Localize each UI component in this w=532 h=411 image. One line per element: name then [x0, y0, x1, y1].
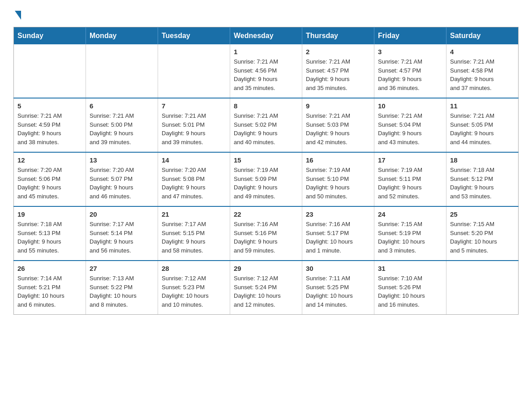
calendar-cell: 24Sunrise: 7:15 AMSunset: 5:19 PMDayligh…	[374, 206, 446, 261]
day-info: Sunrise: 7:21 AMSunset: 5:01 PMDaylight:…	[162, 111, 226, 146]
calendar-cell: 13Sunrise: 7:20 AMSunset: 5:07 PMDayligh…	[86, 152, 158, 206]
logo-arrow-icon	[15, 11, 21, 20]
calendar-cell: 26Sunrise: 7:14 AMSunset: 5:21 PMDayligh…	[14, 261, 86, 315]
calendar-cell: 19Sunrise: 7:18 AMSunset: 5:13 PMDayligh…	[14, 206, 86, 261]
day-info: Sunrise: 7:21 AMSunset: 4:56 PMDaylight:…	[234, 57, 298, 92]
day-number: 28	[162, 265, 226, 272]
calendar-cell: 28Sunrise: 7:12 AMSunset: 5:23 PMDayligh…	[158, 261, 230, 315]
calendar-cell: 22Sunrise: 7:16 AMSunset: 5:16 PMDayligh…	[230, 206, 302, 261]
day-info: Sunrise: 7:15 AMSunset: 5:20 PMDaylight:…	[450, 220, 515, 255]
days-of-week-row: SundayMondayTuesdayWednesdayThursdayFrid…	[14, 27, 519, 45]
calendar-week-row: 26Sunrise: 7:14 AMSunset: 5:21 PMDayligh…	[14, 261, 519, 315]
day-number: 15	[234, 156, 298, 164]
calendar-cell: 5Sunrise: 7:21 AMSunset: 4:59 PMDaylight…	[14, 98, 86, 152]
day-info: Sunrise: 7:18 AMSunset: 5:13 PMDaylight:…	[17, 220, 82, 255]
day-info: Sunrise: 7:11 AMSunset: 5:25 PMDaylight:…	[306, 274, 370, 309]
day-of-week-header: Sunday	[14, 27, 86, 45]
calendar-cell: 10Sunrise: 7:21 AMSunset: 5:04 PMDayligh…	[374, 98, 446, 152]
day-info: Sunrise: 7:21 AMSunset: 5:04 PMDaylight:…	[378, 111, 442, 146]
calendar-cell: 6Sunrise: 7:21 AMSunset: 5:00 PMDaylight…	[86, 98, 158, 152]
day-info: Sunrise: 7:19 AMSunset: 5:11 PMDaylight:…	[378, 166, 442, 201]
day-info: Sunrise: 7:15 AMSunset: 5:19 PMDaylight:…	[378, 220, 442, 255]
calendar-cell	[14, 44, 86, 98]
day-info: Sunrise: 7:12 AMSunset: 5:23 PMDaylight:…	[162, 274, 226, 309]
day-number: 17	[378, 156, 442, 164]
day-info: Sunrise: 7:13 AMSunset: 5:22 PMDaylight:…	[90, 274, 154, 309]
day-info: Sunrise: 7:14 AMSunset: 5:21 PMDaylight:…	[17, 274, 82, 309]
calendar-cell	[158, 44, 230, 98]
day-info: Sunrise: 7:21 AMSunset: 4:57 PMDaylight:…	[306, 57, 370, 92]
calendar-cell: 15Sunrise: 7:19 AMSunset: 5:09 PMDayligh…	[230, 152, 302, 206]
day-number: 11	[450, 102, 515, 110]
calendar-cell: 30Sunrise: 7:11 AMSunset: 5:25 PMDayligh…	[302, 261, 374, 315]
logo	[13, 9, 21, 18]
calendar-cell: 31Sunrise: 7:10 AMSunset: 5:26 PMDayligh…	[374, 261, 446, 315]
day-number: 3	[378, 48, 442, 56]
day-info: Sunrise: 7:21 AMSunset: 4:57 PMDaylight:…	[378, 57, 442, 92]
day-number: 31	[378, 265, 442, 272]
day-number: 5	[17, 102, 82, 110]
day-number: 23	[306, 210, 370, 218]
calendar-body: 1Sunrise: 7:21 AMSunset: 4:56 PMDaylight…	[14, 44, 519, 315]
day-info: Sunrise: 7:17 AMSunset: 5:15 PMDaylight:…	[162, 220, 226, 255]
day-number: 6	[90, 102, 154, 110]
day-number: 29	[234, 265, 298, 272]
day-info: Sunrise: 7:19 AMSunset: 5:09 PMDaylight:…	[234, 166, 298, 201]
calendar-cell: 18Sunrise: 7:18 AMSunset: 5:12 PMDayligh…	[446, 152, 519, 206]
day-of-week-header: Saturday	[446, 27, 519, 45]
page-header	[13, 9, 519, 18]
day-info: Sunrise: 7:20 AMSunset: 5:06 PMDaylight:…	[17, 166, 82, 201]
day-number: 18	[450, 156, 515, 164]
day-number: 12	[17, 156, 82, 164]
calendar-cell: 14Sunrise: 7:20 AMSunset: 5:08 PMDayligh…	[158, 152, 230, 206]
calendar-week-row: 5Sunrise: 7:21 AMSunset: 4:59 PMDaylight…	[14, 98, 519, 152]
day-number: 20	[90, 210, 154, 218]
day-number: 25	[450, 210, 515, 218]
day-of-week-header: Friday	[374, 27, 446, 45]
calendar-cell: 8Sunrise: 7:21 AMSunset: 5:02 PMDaylight…	[230, 98, 302, 152]
day-info: Sunrise: 7:21 AMSunset: 5:05 PMDaylight:…	[450, 111, 515, 146]
calendar-cell: 7Sunrise: 7:21 AMSunset: 5:01 PMDaylight…	[158, 98, 230, 152]
day-info: Sunrise: 7:20 AMSunset: 5:08 PMDaylight:…	[162, 166, 226, 201]
day-info: Sunrise: 7:16 AMSunset: 5:16 PMDaylight:…	[234, 220, 298, 255]
day-info: Sunrise: 7:21 AMSunset: 5:00 PMDaylight:…	[90, 111, 154, 146]
day-number: 21	[162, 210, 226, 218]
calendar-table: SundayMondayTuesdayWednesdayThursdayFrid…	[13, 27, 519, 315]
calendar-cell: 29Sunrise: 7:12 AMSunset: 5:24 PMDayligh…	[230, 261, 302, 315]
calendar-cell: 27Sunrise: 7:13 AMSunset: 5:22 PMDayligh…	[86, 261, 158, 315]
day-number: 13	[90, 156, 154, 164]
calendar-cell: 20Sunrise: 7:17 AMSunset: 5:14 PMDayligh…	[86, 206, 158, 261]
day-number: 1	[234, 48, 298, 56]
day-number: 30	[306, 265, 370, 272]
calendar-cell: 11Sunrise: 7:21 AMSunset: 5:05 PMDayligh…	[446, 98, 519, 152]
day-info: Sunrise: 7:21 AMSunset: 5:03 PMDaylight:…	[306, 111, 370, 146]
day-info: Sunrise: 7:17 AMSunset: 5:14 PMDaylight:…	[90, 220, 154, 255]
day-info: Sunrise: 7:18 AMSunset: 5:12 PMDaylight:…	[450, 166, 515, 201]
day-number: 8	[234, 102, 298, 110]
day-info: Sunrise: 7:21 AMSunset: 4:58 PMDaylight:…	[450, 57, 515, 92]
day-of-week-header: Tuesday	[158, 27, 230, 45]
calendar-week-row: 1Sunrise: 7:21 AMSunset: 4:56 PMDaylight…	[14, 44, 519, 98]
day-info: Sunrise: 7:21 AMSunset: 5:02 PMDaylight:…	[234, 111, 298, 146]
day-info: Sunrise: 7:20 AMSunset: 5:07 PMDaylight:…	[90, 166, 154, 201]
calendar-cell: 2Sunrise: 7:21 AMSunset: 4:57 PMDaylight…	[302, 44, 374, 98]
calendar-cell: 9Sunrise: 7:21 AMSunset: 5:03 PMDaylight…	[302, 98, 374, 152]
day-number: 27	[90, 265, 154, 272]
day-number: 2	[306, 48, 370, 56]
day-info: Sunrise: 7:10 AMSunset: 5:26 PMDaylight:…	[378, 274, 442, 309]
day-info: Sunrise: 7:19 AMSunset: 5:10 PMDaylight:…	[306, 166, 370, 201]
calendar-header: SundayMondayTuesdayWednesdayThursdayFrid…	[14, 27, 519, 45]
day-number: 19	[17, 210, 82, 218]
day-number: 14	[162, 156, 226, 164]
day-number: 16	[306, 156, 370, 164]
calendar-cell: 16Sunrise: 7:19 AMSunset: 5:10 PMDayligh…	[302, 152, 374, 206]
day-number: 7	[162, 102, 226, 110]
day-number: 24	[378, 210, 442, 218]
calendar-cell: 4Sunrise: 7:21 AMSunset: 4:58 PMDaylight…	[446, 44, 519, 98]
calendar-week-row: 12Sunrise: 7:20 AMSunset: 5:06 PMDayligh…	[14, 152, 519, 206]
day-number: 10	[378, 102, 442, 110]
calendar-cell	[446, 261, 519, 315]
day-number: 26	[17, 265, 82, 272]
day-number: 4	[450, 48, 515, 56]
day-number: 22	[234, 210, 298, 218]
